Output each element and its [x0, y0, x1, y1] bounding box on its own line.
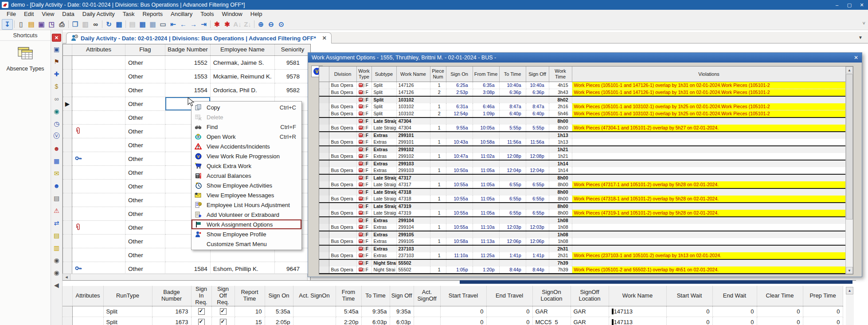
work-piece-row[interactable]: Bus OperaFNight Strai5550211:05p1:20p8:4… [319, 266, 845, 274]
row-selector-cell[interactable] [63, 207, 72, 221]
refresh-icon[interactable]: ↻ [104, 20, 114, 29]
audio-icon[interactable]: ◀ [52, 280, 61, 290]
column-header-employee-name[interactable]: Employee Name [210, 44, 274, 56]
menu-item-employee-list-hours-adjustment[interactable]: $Employee List Hours Adjustment [192, 200, 301, 210]
menu-reports[interactable]: Reports [138, 10, 167, 19]
column-header-seniority[interactable]: Seniority [274, 44, 310, 56]
menu-item-view-accidents-incidents[interactable]: View Accidents/Incidents [192, 141, 301, 151]
work-group-row[interactable]: FExtras2991041h08 [319, 217, 845, 224]
menu-file[interactable]: File [3, 10, 20, 19]
sidebar-item-absence-types[interactable]: Absence Types [0, 46, 51, 72]
detail-column-header-attributes[interactable]: Attributes [72, 286, 103, 306]
messages-icon[interactable]: ✉ [52, 168, 61, 178]
column-header-badge-number[interactable]: Badge Number [165, 44, 210, 56]
row-selector-cell[interactable] [63, 56, 72, 70]
detail-scrollbar-track[interactable] [846, 294, 854, 325]
employee-row[interactable]: Other1553Mckamie, Reimund K.9578 [63, 70, 311, 83]
row-selector-cell[interactable] [63, 152, 72, 166]
work-piece-row[interactable]: Bus OperaFLate Straig47319110:55a11:05a6… [319, 210, 845, 217]
menu-item-open-work[interactable]: Open WorkCtrl+R [192, 132, 301, 141]
filter-apply-icon[interactable]: ✱ [222, 20, 232, 29]
work-piece-row[interactable]: Bus OperaFExtras299101110:43a10:58a11:56… [319, 139, 845, 146]
work-piece-row[interactable]: Bus OperaFSplit10310216:31a6:46a8:47a8:4… [319, 103, 845, 110]
row-selector-cell[interactable] [63, 193, 72, 207]
work-piece-row[interactable]: Bus OperaFExtras237103111:10a11:25a1:41p… [319, 252, 845, 259]
links-icon[interactable]: ∞ [52, 94, 61, 103]
dialog-column-header-to-time[interactable]: To Time [499, 67, 526, 82]
camera-icon[interactable]: ◉ [52, 255, 61, 265]
menu-item-find[interactable]: FindCtrl+F [192, 122, 301, 132]
scroll-up-icon[interactable]: ▲ [846, 67, 853, 74]
work-group-row[interactable]: FExtras2371032h31 [319, 245, 845, 252]
row-selector-cell[interactable] [63, 248, 72, 262]
payroll-icon[interactable]: $ [52, 82, 61, 91]
first-record-icon[interactable]: ⇤ [168, 20, 178, 29]
close-pane-button[interactable]: ✕ [52, 34, 61, 42]
scroll-down-icon[interactable]: ▼ [846, 267, 853, 274]
row-selector-cell[interactable] [63, 235, 72, 248]
dialog-column-header-work-type[interactable]: Work Type [356, 67, 371, 82]
scroll-left-icon[interactable]: ◄ [63, 274, 70, 280]
work-piece-row[interactable]: Bus OperaFLate Straig4730419:55a10:05a5:… [319, 125, 845, 132]
dialog-close-icon[interactable]: ✕ [854, 55, 858, 61]
row-selector-cell[interactable] [63, 138, 72, 152]
detail-column-header-sign-off[interactable]: Sign Off [390, 286, 414, 306]
detail-scroll-up-icon[interactable]: ▲ [846, 287, 853, 294]
dialog-title-bar[interactable]: Work Assignment Options - 1555, Thruthle… [308, 53, 862, 63]
menu-item-view-work-rule-progression[interactable]: VView Work Rule Progression [192, 151, 301, 161]
detail-column-header-start-wait[interactable]: Start Wait [666, 286, 712, 306]
next-record-icon[interactable]: → [188, 20, 199, 29]
dialog-vscrollbar[interactable]: ▲ ▼ [845, 67, 853, 274]
detail-column-header-runtype[interactable]: RunType [103, 286, 152, 306]
detail-column-header-end-travel[interactable]: End Travel [486, 286, 532, 306]
remove-grid-icon[interactable]: ▦ [148, 20, 158, 29]
detail-column-header-sign-on[interactable]: Sign On [265, 286, 293, 306]
row-selector-cell[interactable] [63, 317, 72, 325]
toolbar-overflow-icon[interactable]: ˅ [863, 20, 865, 26]
work-piece-row[interactable]: Bus OperaFExtras299104110:55a11:10a12:03… [319, 224, 845, 231]
scrollbar-thumb[interactable] [846, 74, 853, 219]
employee-row[interactable]: Other1554Ordorica, Phil D.9582 [63, 83, 311, 97]
detail-column-header-end-wait[interactable]: End Wait [712, 286, 757, 306]
dialog-column-header-sign-off[interactable]: Sign Off [526, 67, 549, 82]
dialog-column-header-sign-on[interactable]: Sign On [446, 67, 473, 82]
column-header-selector[interactable] [63, 44, 72, 56]
menu-ancillary[interactable]: Ancillary [167, 10, 196, 19]
panel-splitter[interactable] [460, 280, 852, 284]
work-piece-row[interactable]: Bus OperaFLate Straig47318110:55a11:05a6… [319, 196, 845, 203]
detail-column-header-start-travel[interactable]: Start Travel [440, 286, 486, 306]
extraboard-icon[interactable]: ▦ [52, 156, 61, 165]
menu-item-view-employee-messages[interactable]: View Employee Messages [192, 190, 301, 200]
work-group-row[interactable]: FExtras2991021h21 [319, 146, 845, 153]
menu-item-quick-extra-work[interactable]: Quick Extra Work [192, 161, 301, 171]
detail-column-header-prep-time[interactable]: Prep Time [803, 286, 843, 306]
menu-data[interactable]: Data [58, 10, 78, 19]
crew-icon[interactable]: ☻ [52, 144, 61, 153]
alert-icon[interactable]: ⚠ [52, 206, 61, 215]
save-icon[interactable]: ▣ [36, 20, 47, 29]
column-header-attributes[interactable]: Attributes [72, 44, 125, 56]
menu-item-show-employee-activities[interactable]: Show Employee Activities [192, 180, 301, 190]
profile-icon[interactable]: ☻ [52, 181, 61, 190]
column-header-flag[interactable]: Flag [125, 44, 165, 56]
balances-icon[interactable]: ▤ [52, 193, 61, 203]
new-document-icon[interactable]: ▯ [16, 20, 26, 29]
menu-tools[interactable]: Tools [196, 10, 218, 19]
employee-row[interactable]: Other [63, 248, 311, 262]
work-group-row[interactable]: FLate Straig473198h00 [319, 203, 845, 210]
dialog-column-header-from-time[interactable]: From Time [473, 67, 499, 82]
work-group-row[interactable]: FLate Straig473188h00 [319, 188, 845, 196]
clock-icon[interactable]: ◷ [52, 119, 61, 128]
work-group-row[interactable]: FNight Strai555027h39 [319, 259, 845, 266]
tab-list-dropdown-icon[interactable]: ▼ [858, 35, 863, 40]
row-selector-cell[interactable] [63, 111, 72, 125]
close-button[interactable]: ✕ [856, 0, 868, 10]
menu-edit[interactable]: Edit [20, 10, 38, 19]
menu-daily-activity[interactable]: Daily Activity [78, 10, 119, 19]
work-rule-icon[interactable]: Ⓥ [52, 131, 61, 141]
menu-help[interactable]: Help [246, 10, 266, 19]
menu-item-show-employee-profile[interactable]: Show Employee Profile [192, 229, 301, 239]
work-group-row[interactable]: FExtras2991031h14 [319, 160, 845, 167]
sign-off-req-checkbox[interactable] [220, 308, 227, 315]
menu-view[interactable]: View [38, 10, 58, 19]
